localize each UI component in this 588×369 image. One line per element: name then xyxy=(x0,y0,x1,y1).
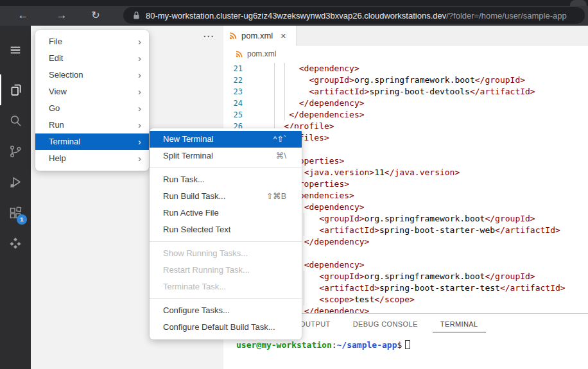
menu-separator xyxy=(150,241,302,242)
chevron-right-icon: › xyxy=(138,50,141,67)
menu-item-terminate-task: Terminate Task... xyxy=(150,279,302,295)
terminal-path: ~/sample-app xyxy=(337,340,397,350)
sidebar-item-run-debug[interactable] xyxy=(0,167,31,198)
code-text: <groupId>org.springframework.boot</group… xyxy=(264,74,525,86)
menu-item-label: View xyxy=(49,87,67,96)
line-number: 21 xyxy=(223,63,243,74)
debug-icon xyxy=(8,175,23,190)
tab-pom-xml[interactable]: pom.xml × xyxy=(223,26,297,46)
menu-item-edit[interactable]: Edit› xyxy=(35,50,149,67)
menu-item-label: Selection xyxy=(49,70,83,80)
git-branch-icon xyxy=(8,144,23,159)
panel-tab-terminal[interactable]: TERMINAL xyxy=(433,317,486,332)
lock-icon xyxy=(133,11,140,20)
browser-tab-corner xyxy=(570,0,587,6)
chevron-right-icon: › xyxy=(138,67,141,83)
reload-icon[interactable]: ↻ xyxy=(87,6,105,24)
code-line[interactable]: 25</dependencies> xyxy=(223,109,588,121)
sidebar-item-extensions[interactable]: 1 xyxy=(0,198,31,228)
terminal-cursor xyxy=(405,340,410,349)
menu-item-label: Restart Running Task... xyxy=(163,265,250,275)
menu-item-run-task[interactable]: Run Task... xyxy=(150,171,302,188)
menu-item-label: Show Running Tasks... xyxy=(163,248,248,258)
menu-item-label: File xyxy=(49,37,62,46)
xml-file-icon xyxy=(235,50,243,58)
hamburger-icon xyxy=(8,43,22,57)
menu-button[interactable] xyxy=(0,35,31,65)
terminal-prompt[interactable]: user@my-workstation:~/sample-app$ xyxy=(236,340,410,350)
chevron-right-icon: › xyxy=(138,150,141,167)
menu-item-configure-tasks[interactable]: Configure Tasks... xyxy=(150,302,302,319)
breadcrumb-item: pom.xml xyxy=(247,49,276,58)
url-path: /?folder=/home/user/sample-app xyxy=(446,11,567,21)
sidebar-item-source-control[interactable] xyxy=(0,136,31,167)
chevron-right-icon: › xyxy=(138,117,141,133)
menu-item-run-selected-text[interactable]: Run Selected Text xyxy=(150,221,302,238)
line-number: 24 xyxy=(223,98,243,109)
menu-item-run-active-file[interactable]: Run Active File xyxy=(150,205,302,221)
menu-item-label: New Terminal xyxy=(163,134,214,144)
menu-item-selection[interactable]: Selection› xyxy=(35,67,149,83)
menu-item-label: Run Selected Text xyxy=(163,225,230,234)
sidebar-item-cloud-code[interactable] xyxy=(0,228,31,259)
terminal-user: user@my-workstation xyxy=(236,340,332,350)
code-text: <artifactId>spring-boot-starter-test</ar… xyxy=(264,282,566,294)
menu-item-help[interactable]: Help› xyxy=(35,150,149,167)
menu-item-label: Help xyxy=(49,153,66,163)
forward-icon[interactable]: → xyxy=(53,6,71,24)
menu-item-label: Run Task... xyxy=(163,175,205,184)
chevron-right-icon: › xyxy=(138,100,141,117)
code-text: <artifactId>spring-boot-devtools</artifa… xyxy=(264,86,535,98)
tab-close-icon[interactable]: × xyxy=(281,31,286,41)
chevron-right-icon: › xyxy=(138,133,141,150)
menu-item-new-terminal[interactable]: New Terminal^⇧` xyxy=(150,131,302,148)
menu-item-go[interactable]: Go› xyxy=(35,100,149,117)
menu-item-shortcut: ⇧⌘B xyxy=(266,188,286,205)
code-line[interactable]: 22<groupId>org.springframework.boot</gro… xyxy=(223,74,588,86)
code-line[interactable]: 23<artifactId>spring-boot-devtools</arti… xyxy=(223,86,588,98)
line-number: 23 xyxy=(223,86,243,98)
breadcrumb[interactable]: pom.xml xyxy=(223,46,588,62)
menu-item-label: Terminate Task... xyxy=(163,282,226,291)
code-text: <groupId>org.springframework.boot</group… xyxy=(264,271,535,282)
menu-item-show-running-tasks: Show Running Tasks... xyxy=(150,245,302,262)
menu-item-label: Split Terminal xyxy=(163,151,213,160)
menu-item-label: Run Build Task... xyxy=(163,191,225,201)
files-icon xyxy=(8,82,24,98)
url-bar[interactable]: 80-my-workstation.cluster-ug6ziz43wzeksw… xyxy=(123,7,585,24)
panel-tabbar: OUTPUTDEBUG CONSOLETERMINAL xyxy=(292,317,493,332)
menu-item-shortcut: ⌘\ xyxy=(276,148,286,164)
extensions-badge: 1 xyxy=(17,214,27,225)
search-icon xyxy=(8,113,23,128)
menu-item-view[interactable]: View› xyxy=(35,83,149,100)
terminal-colon: : xyxy=(332,340,337,350)
sidebar-item-explorer[interactable] xyxy=(0,74,31,105)
code-text: </dependencies> xyxy=(264,109,365,121)
panel-tab-debug-console[interactable]: DEBUG CONSOLE xyxy=(345,317,426,332)
terminal-submenu: New Terminal^⇧`Split Terminal⌘\Run Task.… xyxy=(150,128,302,339)
sidebar-item-search[interactable] xyxy=(0,105,31,136)
cloud-code-icon xyxy=(8,236,23,252)
editor-tabbar: pom.xml × xyxy=(223,26,588,46)
menu-item-run[interactable]: Run› xyxy=(35,117,149,133)
code-line[interactable]: 24</dependency> xyxy=(223,98,588,109)
menu-item-label: Go xyxy=(49,103,60,113)
browser-toolbar: ← → ↻ 80-my-workstation.cluster-ug6ziz43… xyxy=(0,6,588,26)
url-domain: 80-my-workstation.cluster-ug6ziz43wzeksw… xyxy=(146,11,446,21)
menu-item-file[interactable]: File› xyxy=(35,33,149,50)
menu-item-configure-default-build-task[interactable]: Configure Default Build Task... xyxy=(150,319,302,336)
code-line[interactable]: 21<dependency> xyxy=(223,63,588,74)
menu-item-label: Edit xyxy=(49,53,63,63)
menu-item-run-build-task[interactable]: Run Build Task...⇧⌘B xyxy=(150,188,302,205)
menu-item-label: Run xyxy=(49,120,64,130)
code-text: </dependency> xyxy=(264,98,365,109)
back-icon[interactable]: ← xyxy=(14,6,32,24)
menu-item-split-terminal[interactable]: Split Terminal⌘\ xyxy=(150,148,302,164)
menu-item-restart-running-task: Restart Running Task... xyxy=(150,262,302,279)
sidebar-more-actions[interactable]: ⋯ xyxy=(203,30,214,43)
chevron-right-icon: › xyxy=(138,33,141,50)
menu-item-label: Run Active File xyxy=(163,208,219,218)
menu-item-terminal[interactable]: Terminal› xyxy=(35,133,149,150)
screen: ← → ↻ 80-my-workstation.cluster-ug6ziz43… xyxy=(0,0,588,369)
activity-bar: 1 xyxy=(0,26,31,369)
